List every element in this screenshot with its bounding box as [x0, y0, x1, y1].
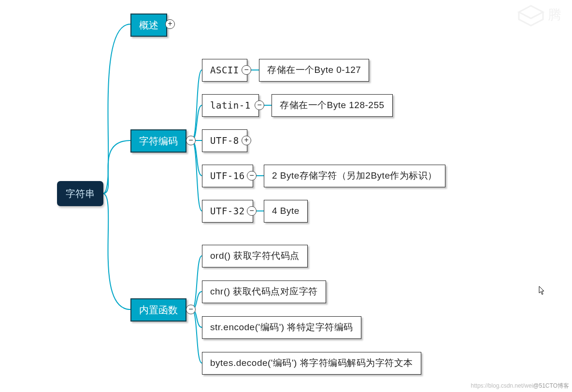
- leaf-utf16[interactable]: UTF-16: [202, 165, 253, 187]
- svg-text:腾: 腾: [548, 7, 561, 22]
- branch-encoding[interactable]: 字符编码: [130, 129, 186, 153]
- expand-icon[interactable]: +: [242, 136, 251, 145]
- leaf-encode[interactable]: str.encode('编码') 将特定字符编码: [202, 316, 361, 339]
- collapse-icon[interactable]: −: [186, 136, 196, 145]
- collapse-icon[interactable]: −: [247, 171, 257, 181]
- leaf-utf32-desc[interactable]: 4 Byte: [264, 200, 308, 223]
- leaf-latin1[interactable]: latin-1: [202, 94, 259, 117]
- leaf-ord[interactable]: ord() 获取字符代码点: [202, 245, 308, 267]
- leaf-ascii[interactable]: ASCII: [202, 59, 247, 82]
- watermark-logo: 腾: [514, 0, 572, 36]
- branch-overview[interactable]: 概述: [130, 14, 167, 37]
- watermark-text: https://blog.csdn.net/wei@51CTO博客: [471, 382, 569, 390]
- leaf-latin1-desc[interactable]: 存储在一个Byte 128-255: [272, 94, 393, 117]
- expand-icon[interactable]: +: [165, 19, 175, 29]
- leaf-utf32[interactable]: UTF-32: [202, 200, 253, 223]
- leaf-utf16-desc[interactable]: 2 Byte存储字符（另加2Byte作为标识）: [264, 165, 445, 187]
- root-node[interactable]: 字符串: [57, 181, 103, 206]
- leaf-chr[interactable]: chr() 获取代码点对应字符: [202, 280, 326, 303]
- leaf-utf8[interactable]: UTF-8: [202, 129, 247, 152]
- branch-builtins[interactable]: 内置函数: [130, 298, 186, 322]
- collapse-icon[interactable]: −: [255, 100, 264, 110]
- collapse-icon[interactable]: −: [186, 305, 196, 314]
- mindmap-canvas: 字符串 概述 + 字符编码 − ASCII − 存储在一个Byte 0-127 …: [0, 0, 572, 392]
- leaf-ascii-desc[interactable]: 存储在一个Byte 0-127: [259, 59, 369, 82]
- collapse-icon[interactable]: −: [242, 65, 251, 75]
- collapse-icon[interactable]: −: [247, 206, 257, 216]
- leaf-decode[interactable]: bytes.decode('编码') 将字符编码解码为字符文本: [202, 352, 421, 375]
- cursor-icon: [539, 286, 545, 295]
